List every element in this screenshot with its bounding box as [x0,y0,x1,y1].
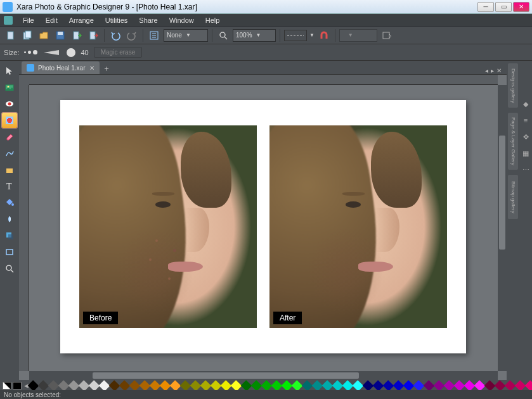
export-button[interactable] [86,28,100,42]
dock-designs-gallery[interactable]: Designs gallery [508,63,518,108]
menu-bar: File Edit Arrange Utilities Share Window… [0,14,532,27]
svg-rect-20 [6,168,13,173]
zoom-value: 100% [236,32,252,39]
svg-point-22 [11,203,14,206]
window-title: Xara Photo & Graphic Designer 9 - [Photo… [16,3,477,11]
brush-size-presets[interactable] [24,50,37,54]
arrange-icon[interactable]: ▦ [521,148,531,158]
options-button[interactable] [147,28,161,42]
selector-tool[interactable] [2,63,17,79]
text-tool[interactable]: T [2,179,17,194]
maximize-button[interactable]: ▭ [495,2,512,12]
tab-nav-prev-icon[interactable]: ◂ [485,67,488,74]
document-tab[interactable]: Photo Heal 1.xar ✕ [22,61,100,74]
menu-help[interactable]: Help [200,15,225,25]
after-image[interactable]: After [269,125,447,328]
svg-rect-24 [8,234,13,239]
menu-utilities[interactable]: Utilities [100,15,133,25]
title-bar: Xara Photo & Graphic Designer 9 - [Photo… [0,0,532,14]
photo-tool[interactable] [2,80,17,95]
redo-button[interactable] [125,28,139,42]
undo-button[interactable] [108,28,122,42]
menu-edit[interactable]: Edit [41,15,63,25]
more-icon[interactable]: ⋯ [521,165,531,175]
page[interactable]: Before After [60,100,466,353]
ruler-horizontal[interactable] [29,75,498,85]
chevron-down-icon: ▼ [256,32,261,38]
zoom-combo[interactable]: 100% ▼ [233,29,276,42]
save-button[interactable] [53,28,67,42]
current-color-swatch[interactable] [13,382,22,390]
svg-rect-4 [58,32,63,35]
left-toolbox: T [0,61,19,380]
tab-close-icon[interactable]: ✕ [89,65,94,72]
svg-point-11 [220,32,225,37]
color-picker-icon[interactable]: ◆ [521,99,531,109]
name-value [342,32,344,39]
svg-rect-0 [8,32,13,39]
no-color-swatch[interactable] [3,382,11,390]
menu-share[interactable]: Share [134,15,162,25]
magic-erase-button[interactable]: Magic erase [94,47,142,58]
open-button[interactable] [37,28,51,42]
svg-point-18 [8,103,11,106]
dock-page-layer-gallery[interactable]: Page & Layer Gallery [508,113,518,170]
new-button[interactable] [4,28,18,42]
close-button[interactable]: ✕ [513,2,529,12]
right-dock: Designs gallery Page & Layer Gallery Bit… [507,61,519,380]
scrollbar-horizontal[interactable] [29,371,498,380]
status-text: No objects selected: [4,391,61,398]
after-label: After [273,312,302,324]
before-image[interactable]: Before [79,125,257,328]
tool-options-bar: Size: 40 Magic erase [0,44,532,61]
main-toolbar: None ▼ 100% ▼ ▼ ▼ [0,27,532,44]
svg-rect-2 [25,31,31,38]
nudge-icon[interactable]: ✥ [521,132,531,142]
freehand-tool[interactable] [2,146,17,161]
menu-arrange[interactable]: Arrange [64,15,99,25]
doc-system-icon[interactable] [4,16,13,25]
zoom-tool-icon[interactable] [216,28,230,42]
ruler-vertical[interactable] [19,85,29,371]
size-slider-icon[interactable] [42,48,62,57]
svg-text:T: T [6,182,12,191]
svg-rect-25 [6,250,13,255]
shape-tool[interactable] [2,162,17,177]
quality-combo[interactable]: None ▼ [164,29,208,42]
scrollbar-vertical[interactable] [498,85,507,371]
fill-tool[interactable] [2,195,17,210]
align-icon[interactable]: ≡ [521,115,531,125]
tab-nav-next-icon[interactable]: ▸ [491,67,494,74]
snap-button[interactable] [317,28,331,42]
new-from-template-button[interactable] [20,28,34,42]
eraser-tool[interactable] [2,129,17,144]
galleries-button[interactable] [380,28,394,42]
add-tab-button[interactable]: ＋ [101,63,112,74]
svg-line-27 [11,270,13,272]
line-style-combo[interactable] [284,30,307,41]
tab-label: Photo Heal 1.xar [38,65,86,72]
transparency-tool[interactable] [2,212,17,227]
svg-point-26 [6,265,11,270]
redeye-tool[interactable] [2,96,17,111]
menu-file[interactable]: File [18,15,39,25]
shadow-tool[interactable] [2,228,17,243]
name-combo[interactable]: ▼ [339,29,377,42]
svg-rect-5 [74,32,79,39]
dock-bitmap-gallery[interactable]: Bitmap gallery [508,175,518,219]
zoom-tool[interactable] [2,261,17,276]
minimize-button[interactable]: ─ [477,2,494,12]
menu-window[interactable]: Window [164,15,199,25]
svg-rect-14 [383,32,389,39]
size-value: 40 [81,49,88,56]
tab-menu-icon[interactable]: ✕ [496,67,502,74]
before-label: Before [83,312,118,324]
chevron-down-icon[interactable]: ▼ [309,32,315,38]
rectangle-tool[interactable] [2,244,17,260]
brush-preview-icon [67,48,75,57]
import-button[interactable] [70,28,84,42]
heal-tool[interactable] [2,113,17,128]
status-bar: No objects selected: [0,390,532,399]
size-label: Size: [4,49,19,56]
canvas-area[interactable]: Before After [19,75,507,380]
